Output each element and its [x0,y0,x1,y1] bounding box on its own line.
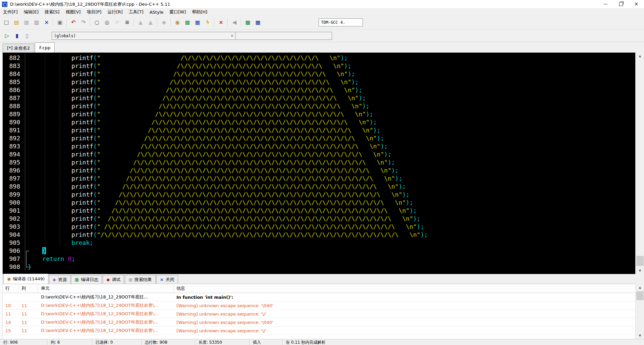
code-text[interactable]: printf(" /\/\/\/\/\/\/\/\/\/\/\/\/\/\/\/… [25,62,352,70]
editor-scroll-thumb[interactable] [636,256,644,266]
menu-item-9[interactable]: 帮助[H] [189,9,210,15]
code-text[interactable]: printf("/\/\/\/\/\/\/\/\/\/\/\/\/\/\/\/\… [25,231,428,239]
code-text[interactable]: printf(" /\/\/\/\/\/\/\/\/\/\/\/\/\/\/\/… [25,223,424,231]
line-number[interactable]: 899 [3,191,25,199]
code-text[interactable]: printf(" /\/\/\/\/\/\/\/\/\/\/\/\/\/\/\/… [25,54,348,62]
line-number[interactable]: 894 [3,150,25,158]
replace-icon[interactable]: ≡ [122,18,132,27]
line-number[interactable]: 885 [3,78,25,86]
scroll-up-icon[interactable]: ▲ [636,284,644,291]
code-text[interactable]: return 0; [25,255,75,263]
code-text[interactable]: printf(" /\/\/\/\/\/\/\/\/\/\/\/\/\/\/\/… [25,78,359,86]
report-tab-1[interactable]: ◈资源 [49,275,70,284]
profile-icon[interactable]: ◀ [230,18,239,27]
line-number[interactable]: 900 [3,199,25,207]
save-icon[interactable]: ▦ [22,18,31,27]
code-text[interactable]: printf(" /\/\/\/\/\/\/\/\/\/\/\/\/\/\/\/… [25,175,402,183]
debug-book-icon[interactable]: ▮ [12,31,22,41]
line-number[interactable]: 882 [3,54,25,62]
close-program-icon[interactable]: ▦ [253,18,263,27]
code-text[interactable]: printf(" /\/\/\/\/\/\/\/\/\/\/\/\/\/\/\/… [25,142,388,150]
class-browser-combo[interactable]: (globals) ∨ [52,32,235,40]
line-number[interactable]: 897 [3,175,25,183]
table-row[interactable]: 1511D:\work\DEV-C++\校内练习\18_12_29DOT年底狂欢… [3,327,635,335]
close-file-icon[interactable]: × [42,18,51,27]
code-text[interactable]: break; [25,239,93,247]
table-row[interactable]: 1111D:\work\DEV-C++\校内练习\18_12_29DOT年底狂欢… [3,310,635,318]
col-info[interactable]: 信息 [174,284,635,293]
report-tab-4[interactable]: ◎搜索结果 [125,275,155,284]
undo-icon[interactable]: ↶ [69,18,78,27]
line-number[interactable]: 888 [3,102,25,110]
code-text[interactable]: printf(" /\/\/\/\/\/\/\/\/\/\/\/\/\/\/\/… [25,102,370,110]
table-row[interactable]: 1011D:\work\DEV-C++\校内练习\18_12_29DOT年底狂欢… [3,301,635,310]
goto-line-icon[interactable]: ☞ [112,18,122,27]
line-number[interactable]: 901 [3,207,25,215]
find-icon[interactable]: ○ [92,18,102,27]
line-number[interactable]: 887 [3,94,25,102]
menu-item-5[interactable]: 运行[R] [104,9,125,15]
find-next-icon[interactable]: ◎ [102,18,112,27]
report-tab-0[interactable]: ◉编译器 (11449) [3,274,48,284]
scroll-down-icon[interactable]: ▼ [636,332,644,339]
code-text[interactable]: printf(" /\/\/\/\/\/\/\/\/\/\/\/\/\/\/\/… [25,207,417,215]
menu-item-7[interactable]: AStyle [147,9,167,15]
line-number[interactable]: 906 [3,247,25,255]
redo-icon[interactable]: ↷ [79,18,88,27]
run-disabled-icon[interactable]: ◆ [159,18,169,27]
report-tab-2[interactable]: ▦编译日志 [71,275,102,284]
code-text[interactable]: printf(" /\/\/\/\/\/\/\/\/\/\/\/\/\/\/\/… [25,118,377,126]
menu-item-2[interactable]: 搜索[S] [42,9,62,15]
compiler-set-combo[interactable]: TDM-GCC 4. [319,18,363,26]
program-window-icon[interactable]: ▦ [243,18,253,27]
compile-run-icon[interactable]: ▦ [193,18,202,27]
member-combo[interactable] [235,32,332,40]
line-number[interactable]: 904 [3,231,25,239]
code-text[interactable]: printf(" /\/\/\/\/\/\/\/\/\/\/\/\/\/\/\/… [25,110,373,118]
editor-scrollbar[interactable]: ▲ ▼ [635,53,644,274]
scroll-up-icon[interactable]: ▲ [636,53,644,59]
close-button[interactable]: × [629,0,644,8]
save-as-icon[interactable]: ▥ [32,18,41,27]
table-row[interactable]: D:\work\DEV-C++\校内练习\18_12_29DOT年底狂...In… [3,293,635,301]
menu-item-6[interactable]: 工具[T] [126,9,147,15]
code-text[interactable]: printf(" /\/\/\/\/\/\/\/\/\/\/\/\/\/\/\/… [25,183,406,191]
abort-compile-icon[interactable]: × [216,18,226,27]
line-number[interactable]: 896 [3,166,25,175]
line-number[interactable]: 889 [3,110,25,118]
line-number[interactable]: 905 [3,239,25,247]
line-number[interactable]: 908 [3,263,25,271]
menu-item-3[interactable]: 视图[V] [62,9,84,15]
code-text[interactable]: printf(" /\/\/\/\/\/\/\/\/\/\/\/\/\/\/\/… [25,199,413,207]
compile-icon[interactable]: ◉ [173,18,182,27]
report-tab-3[interactable]: ◆调试 [103,275,124,284]
run-window-icon[interactable]: ▦ [183,18,192,27]
line-number[interactable]: 895 [3,158,25,166]
minimize-button[interactable] [598,0,613,8]
code-text[interactable]: printf(" /\/\/\/\/\/\/\/\/\/\/\/\/\/\/\/… [25,191,410,199]
package-disabled-icon[interactable]: ▲ [146,18,155,27]
new-file-icon[interactable]: □ [2,18,11,27]
code-text[interactable]: printf(" /\/\/\/\/\/\/\/\/\/\/\/\/\/\/\/… [25,134,384,142]
run-play-icon[interactable]: ▷ [2,31,12,41]
line-number[interactable]: 902 [3,215,25,223]
tab-fcpp[interactable]: F.cpp [35,43,55,53]
table-row[interactable]: 1411D:\work\DEV-C++\校内练习\18_12_29DOT年底狂欢… [3,318,635,327]
code-text[interactable]: printf(" /\/\/\/\/\/\/\/\/\/\/\/\/\/\/\/… [25,70,355,78]
code-text[interactable]: printf(" /\/\/\/\/\/\/\/\/\/\/\/\/\/\/\/… [25,94,366,102]
open-folder-icon[interactable]: ▤ [12,18,21,27]
line-number[interactable]: 884 [3,70,25,78]
code-text[interactable]: printf(" /\/\/\/\/\/\/\/\/\/\/\/\/\/\/\/… [25,86,362,94]
report-scroll-thumb[interactable] [636,291,644,300]
col-line[interactable]: 行 [3,284,19,293]
code-text[interactable]: printf(" /\/\/\/\/\/\/\/\/\/\/\/\/\/\/\/… [25,158,395,166]
report-scrollbar[interactable]: ▲ ▼ [635,284,644,339]
line-number[interactable]: 903 [3,223,25,231]
code-text[interactable]: printf(" /\/\/\/\/\/\/\/\/\/\/\/\/\/\/\/… [25,126,380,134]
code-text[interactable]: printf(" /\/\/\/\/\/\/\/\/\/\/\/\/\/\/\/… [25,215,420,223]
col-unit[interactable]: 单元 [38,284,174,293]
code-text[interactable]: printf(" /\/\/\/\/\/\/\/\/\/\/\/\/\/\/\/… [25,166,398,175]
tab-unnamed2[interactable]: [*] 未命名2 [3,44,34,53]
line-number[interactable]: 907 [3,255,25,263]
menu-item-4[interactable]: 项目[P] [84,9,104,15]
